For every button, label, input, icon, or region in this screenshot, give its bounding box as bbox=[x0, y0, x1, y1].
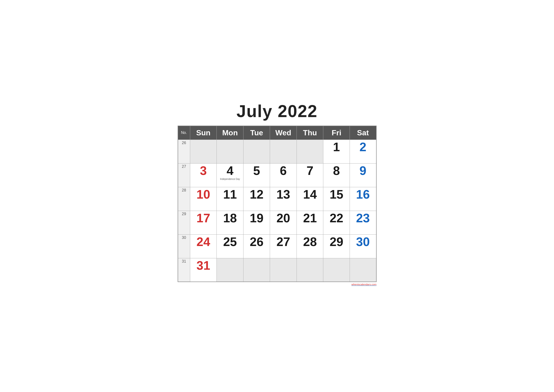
day-cell: 5 bbox=[243, 163, 270, 187]
day-cell bbox=[243, 140, 270, 163]
week-row: 3024252627282930 bbox=[178, 234, 376, 258]
day-number: 4 bbox=[227, 164, 234, 177]
day-number: 14 bbox=[303, 188, 317, 201]
day-number: 6 bbox=[280, 164, 287, 177]
day-number: 13 bbox=[277, 188, 290, 201]
week-number: 27 bbox=[178, 163, 190, 187]
day-number: 2 bbox=[360, 140, 367, 154]
day-cell bbox=[323, 258, 350, 282]
day-cell: 18 bbox=[217, 211, 243, 234]
header-tue: Tue bbox=[243, 126, 270, 140]
calendar-title: July 2022 bbox=[178, 101, 377, 121]
day-number: 24 bbox=[197, 235, 210, 249]
day-number: 30 bbox=[356, 235, 370, 249]
day-cell: 20 bbox=[270, 211, 297, 234]
day-number: 26 bbox=[250, 235, 264, 249]
day-number: 8 bbox=[333, 164, 340, 177]
day-number: 29 bbox=[330, 235, 343, 249]
day-cell: 27 bbox=[270, 234, 297, 258]
day-cell: 17 bbox=[190, 211, 216, 234]
day-number: 17 bbox=[197, 211, 210, 225]
day-number: 11 bbox=[223, 188, 237, 201]
day-cell: 29 bbox=[323, 234, 350, 258]
day-cell: 23 bbox=[350, 211, 376, 234]
header-sat: Sat bbox=[350, 126, 376, 140]
day-number: 28 bbox=[303, 235, 317, 249]
day-number: 23 bbox=[356, 211, 370, 225]
day-number: 12 bbox=[250, 188, 264, 201]
day-cell bbox=[270, 258, 297, 282]
week-row: 2612 bbox=[178, 140, 376, 163]
day-cell: 16 bbox=[350, 187, 376, 211]
day-cell: 11 bbox=[217, 187, 243, 211]
day-cell: 12 bbox=[243, 187, 270, 211]
day-cell bbox=[190, 140, 216, 163]
day-number: 15 bbox=[330, 188, 343, 201]
week-number: 26 bbox=[178, 140, 190, 163]
header-row: No. Sun Mon Tue Wed Thu Fri Sat bbox=[178, 126, 376, 140]
day-cell: 2 bbox=[350, 140, 376, 163]
day-cell bbox=[297, 140, 323, 163]
day-cell: 10 bbox=[190, 187, 216, 211]
calendar-table: No. Sun Mon Tue Wed Thu Fri Sat 26122734… bbox=[178, 126, 377, 282]
day-cell: 6 bbox=[270, 163, 297, 187]
header-thu: Thu bbox=[297, 126, 323, 140]
day-cell bbox=[217, 258, 243, 282]
day-number: 18 bbox=[223, 211, 237, 225]
week-number: 28 bbox=[178, 187, 190, 211]
day-number: 9 bbox=[360, 164, 367, 177]
week-row: 2917181920212223 bbox=[178, 211, 376, 234]
day-cell bbox=[297, 258, 323, 282]
week-row: 2810111213141516 bbox=[178, 187, 376, 211]
day-cell: 1 bbox=[323, 140, 350, 163]
day-cell: 24 bbox=[190, 234, 216, 258]
day-number: 1 bbox=[333, 140, 340, 154]
day-cell: 13 bbox=[270, 187, 297, 211]
day-cell: 15 bbox=[323, 187, 350, 211]
day-number: 5 bbox=[253, 164, 260, 177]
day-number: 31 bbox=[197, 259, 210, 272]
day-cell bbox=[350, 258, 376, 282]
holiday-label: Independence Day bbox=[218, 178, 242, 180]
day-cell bbox=[243, 258, 270, 282]
day-cell: 3 bbox=[190, 163, 216, 187]
day-number: 7 bbox=[306, 164, 313, 177]
day-number: 21 bbox=[303, 211, 317, 225]
day-cell: 28 bbox=[297, 234, 323, 258]
calendar-container: July 2022 No. Sun Mon Tue Wed Thu Fri Sa… bbox=[171, 97, 384, 295]
day-cell: 30 bbox=[350, 234, 376, 258]
day-cell: 19 bbox=[243, 211, 270, 234]
day-cell: 25 bbox=[217, 234, 243, 258]
day-cell: 21 bbox=[297, 211, 323, 234]
day-number: 22 bbox=[330, 211, 343, 225]
day-cell: 9 bbox=[350, 163, 376, 187]
day-cell: 4Independence Day bbox=[217, 163, 243, 187]
week-row: 3131 bbox=[178, 258, 376, 282]
watermark-text: wheniscalendars.com bbox=[352, 283, 377, 286]
day-number: 20 bbox=[277, 211, 290, 225]
header-mon: Mon bbox=[217, 126, 243, 140]
day-cell: 22 bbox=[323, 211, 350, 234]
week-number: 30 bbox=[178, 234, 190, 258]
day-number: 16 bbox=[356, 188, 370, 201]
day-cell: 31 bbox=[190, 258, 216, 282]
header-fri: Fri bbox=[323, 126, 350, 140]
day-number: 27 bbox=[277, 235, 290, 249]
day-number: 19 bbox=[250, 211, 264, 225]
watermark[interactable]: wheniscalendars.com bbox=[178, 283, 377, 286]
day-number: 10 bbox=[197, 188, 210, 201]
day-number: 3 bbox=[200, 164, 207, 177]
no-header: No. bbox=[178, 126, 190, 140]
week-number: 31 bbox=[178, 258, 190, 282]
day-cell: 8 bbox=[323, 163, 350, 187]
week-row: 2734Independence Day56789 bbox=[178, 163, 376, 187]
calendar-body: 26122734Independence Day5678928101112131… bbox=[178, 140, 376, 282]
header-sun: Sun bbox=[190, 126, 216, 140]
day-cell bbox=[270, 140, 297, 163]
day-cell: 14 bbox=[297, 187, 323, 211]
day-number: 25 bbox=[223, 235, 237, 249]
day-cell: 26 bbox=[243, 234, 270, 258]
day-cell: 7 bbox=[297, 163, 323, 187]
day-cell bbox=[217, 140, 243, 163]
header-wed: Wed bbox=[270, 126, 297, 140]
